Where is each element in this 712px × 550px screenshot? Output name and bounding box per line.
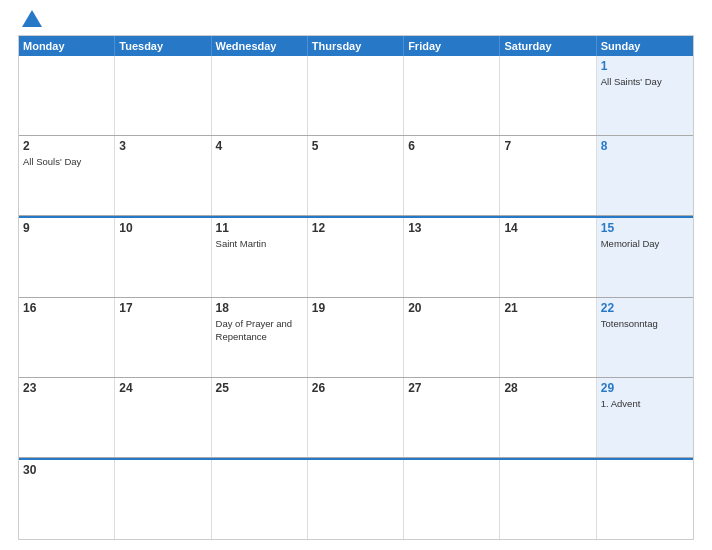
week-row-2: 91011Saint Martin12131415Memorial Day bbox=[19, 216, 693, 298]
week-row-1: 2All Souls' Day345678 bbox=[19, 136, 693, 216]
day-number: 26 bbox=[312, 381, 399, 395]
calendar-body: 1All Saints' Day2All Souls' Day345678910… bbox=[19, 56, 693, 539]
col-header-thursday: Thursday bbox=[308, 36, 404, 56]
day-cell: 18Day of Prayer and Repentance bbox=[212, 298, 308, 377]
day-cell: 26 bbox=[308, 378, 404, 457]
day-cell bbox=[308, 460, 404, 539]
col-header-tuesday: Tuesday bbox=[115, 36, 211, 56]
day-number: 30 bbox=[23, 463, 110, 477]
day-cell bbox=[597, 460, 693, 539]
day-number: 22 bbox=[601, 301, 689, 315]
day-number: 25 bbox=[216, 381, 303, 395]
day-number: 10 bbox=[119, 221, 206, 235]
col-header-saturday: Saturday bbox=[500, 36, 596, 56]
day-number: 5 bbox=[312, 139, 399, 153]
day-cell bbox=[308, 56, 404, 135]
calendar-header-row: MondayTuesdayWednesdayThursdayFridaySatu… bbox=[19, 36, 693, 56]
event-text: Saint Martin bbox=[216, 238, 267, 249]
day-cell bbox=[19, 56, 115, 135]
day-cell bbox=[404, 460, 500, 539]
event-text: Totensonntag bbox=[601, 318, 658, 329]
day-number: 1 bbox=[601, 59, 689, 73]
day-cell: 16 bbox=[19, 298, 115, 377]
day-cell: 8 bbox=[597, 136, 693, 215]
day-cell bbox=[212, 460, 308, 539]
day-number: 17 bbox=[119, 301, 206, 315]
day-cell: 30 bbox=[19, 460, 115, 539]
day-number: 11 bbox=[216, 221, 303, 235]
event-text: All Saints' Day bbox=[601, 76, 662, 87]
day-cell: 28 bbox=[500, 378, 596, 457]
day-cell: 5 bbox=[308, 136, 404, 215]
event-text: 1. Advent bbox=[601, 398, 641, 409]
day-number: 21 bbox=[504, 301, 591, 315]
day-cell: 6 bbox=[404, 136, 500, 215]
day-number: 6 bbox=[408, 139, 495, 153]
col-header-sunday: Sunday bbox=[597, 36, 693, 56]
day-cell: 25 bbox=[212, 378, 308, 457]
day-cell bbox=[404, 56, 500, 135]
day-number: 3 bbox=[119, 139, 206, 153]
page: MondayTuesdayWednesdayThursdayFridaySatu… bbox=[0, 0, 712, 550]
day-number: 27 bbox=[408, 381, 495, 395]
col-header-monday: Monday bbox=[19, 36, 115, 56]
logo-triangle-icon bbox=[22, 10, 42, 27]
day-cell: 15Memorial Day bbox=[597, 218, 693, 297]
day-cell: 14 bbox=[500, 218, 596, 297]
day-number: 14 bbox=[504, 221, 591, 235]
week-row-0: 1All Saints' Day bbox=[19, 56, 693, 136]
day-number: 23 bbox=[23, 381, 110, 395]
week-row-5: 30 bbox=[19, 458, 693, 539]
event-text: All Souls' Day bbox=[23, 156, 81, 167]
col-header-friday: Friday bbox=[404, 36, 500, 56]
day-number: 28 bbox=[504, 381, 591, 395]
day-number: 18 bbox=[216, 301, 303, 315]
day-cell: 24 bbox=[115, 378, 211, 457]
day-number: 2 bbox=[23, 139, 110, 153]
day-cell: 23 bbox=[19, 378, 115, 457]
logo bbox=[18, 10, 42, 29]
day-cell: 17 bbox=[115, 298, 211, 377]
day-cell bbox=[115, 460, 211, 539]
day-cell bbox=[212, 56, 308, 135]
event-text: Day of Prayer and Repentance bbox=[216, 318, 293, 342]
day-cell: 4 bbox=[212, 136, 308, 215]
day-cell: 20 bbox=[404, 298, 500, 377]
day-cell: 9 bbox=[19, 218, 115, 297]
day-cell: 12 bbox=[308, 218, 404, 297]
day-number: 8 bbox=[601, 139, 689, 153]
day-cell bbox=[115, 56, 211, 135]
day-cell: 21 bbox=[500, 298, 596, 377]
day-cell: 1All Saints' Day bbox=[597, 56, 693, 135]
header bbox=[18, 10, 694, 29]
day-cell: 291. Advent bbox=[597, 378, 693, 457]
day-cell: 22Totensonntag bbox=[597, 298, 693, 377]
day-cell bbox=[500, 56, 596, 135]
day-number: 15 bbox=[601, 221, 689, 235]
day-cell: 7 bbox=[500, 136, 596, 215]
day-number: 24 bbox=[119, 381, 206, 395]
day-cell: 27 bbox=[404, 378, 500, 457]
day-cell bbox=[500, 460, 596, 539]
week-row-3: 161718Day of Prayer and Repentance192021… bbox=[19, 298, 693, 378]
day-number: 16 bbox=[23, 301, 110, 315]
day-number: 29 bbox=[601, 381, 689, 395]
day-number: 19 bbox=[312, 301, 399, 315]
day-cell: 11Saint Martin bbox=[212, 218, 308, 297]
calendar: MondayTuesdayWednesdayThursdayFridaySatu… bbox=[18, 35, 694, 540]
day-cell: 2All Souls' Day bbox=[19, 136, 115, 215]
day-number: 9 bbox=[23, 221, 110, 235]
day-cell: 19 bbox=[308, 298, 404, 377]
day-number: 20 bbox=[408, 301, 495, 315]
day-number: 12 bbox=[312, 221, 399, 235]
event-text: Memorial Day bbox=[601, 238, 660, 249]
day-cell: 3 bbox=[115, 136, 211, 215]
day-cell: 13 bbox=[404, 218, 500, 297]
day-number: 13 bbox=[408, 221, 495, 235]
day-number: 7 bbox=[504, 139, 591, 153]
col-header-wednesday: Wednesday bbox=[212, 36, 308, 56]
day-cell: 10 bbox=[115, 218, 211, 297]
day-number: 4 bbox=[216, 139, 303, 153]
week-row-4: 232425262728291. Advent bbox=[19, 378, 693, 458]
